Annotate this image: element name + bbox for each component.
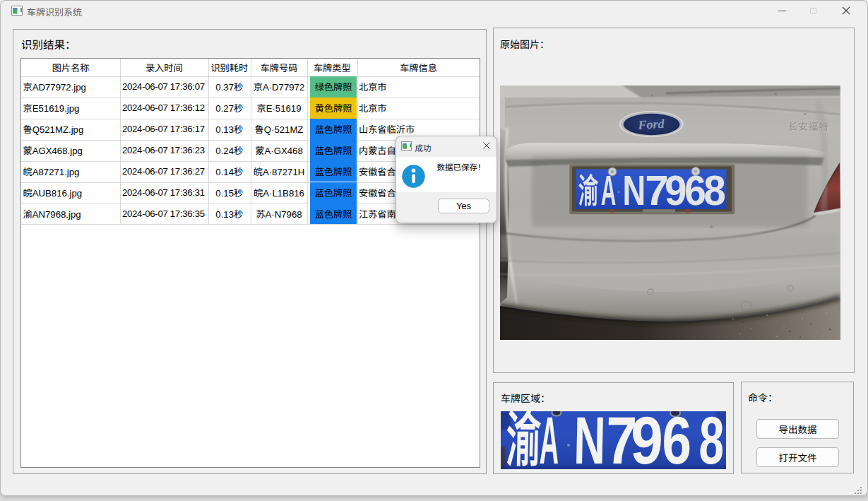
- svg-text:9: 9: [630, 411, 664, 469]
- svg-text:渝: 渝: [578, 172, 599, 210]
- svg-text:A: A: [601, 167, 617, 214]
- svg-text:渝: 渝: [506, 411, 542, 469]
- svg-text:A: A: [539, 411, 560, 469]
- svg-text:8: 8: [698, 411, 725, 469]
- svg-text:N: N: [573, 411, 607, 469]
- svg-text:Ford: Ford: [637, 117, 665, 132]
- svg-text:8: 8: [703, 167, 726, 213]
- svg-text:6: 6: [661, 411, 692, 469]
- svg-text:9: 9: [665, 167, 687, 213]
- svg-text:N: N: [623, 167, 646, 213]
